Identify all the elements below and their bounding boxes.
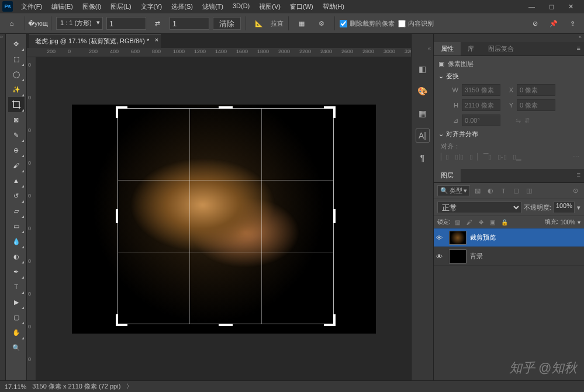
lock-all-icon[interactable]: 🔒 bbox=[500, 219, 509, 226]
layers-panel-menu-icon[interactable]: ≡ bbox=[573, 169, 584, 182]
menu-y[interactable]: 文字(Y) bbox=[136, 1, 167, 13]
tab-properties[interactable]: 属性 bbox=[434, 42, 461, 55]
brush-tool[interactable]: 🖌 bbox=[8, 158, 25, 173]
align-section[interactable]: 对齐并分布 bbox=[438, 130, 579, 138]
path-select-tool[interactable]: ▶ bbox=[8, 294, 25, 310]
pin-icon[interactable]: 📌 bbox=[545, 16, 562, 31]
gradient-tool[interactable]: ▭ bbox=[8, 218, 25, 234]
opacity-input[interactable]: 100% bbox=[554, 202, 575, 213]
filter-shape-icon[interactable]: ▢ bbox=[511, 186, 521, 196]
blend-mode-select[interactable]: 正常 bbox=[437, 202, 521, 213]
clear-button[interactable]: 清除 bbox=[213, 17, 241, 30]
marquee-tool[interactable]: ⬚ bbox=[8, 51, 25, 67]
pen-tool[interactable]: ✒ bbox=[8, 264, 25, 279]
minimize-button[interactable]: — bbox=[525, 2, 538, 12]
home-icon[interactable]: ⌂ bbox=[4, 16, 20, 31]
hand-tool[interactable]: ✋ bbox=[8, 325, 25, 340]
document-tab[interactable]: 老虎.jpg @ 17.1% (裁剪预览, RGB/8#) * × bbox=[29, 34, 161, 48]
lasso-tool[interactable]: ◯ bbox=[8, 67, 25, 82]
zoom-level[interactable]: 17.11% bbox=[5, 383, 26, 390]
lock-transparency-icon[interactable]: ▧ bbox=[453, 219, 462, 226]
color-dock-icon[interactable]: 🎨 bbox=[416, 84, 430, 98]
delete-cropped-checkbox[interactable]: 删除裁剪的像素 bbox=[340, 19, 395, 28]
layer-filter-kind[interactable]: 🔍 类型 ▾ bbox=[437, 185, 470, 196]
maximize-button[interactable]: ◻ bbox=[545, 2, 558, 12]
visibility-toggle-icon[interactable]: 👁 bbox=[436, 253, 445, 260]
document-canvas[interactable] bbox=[72, 105, 376, 334]
crop-tool-icon[interactable]: �ующ bbox=[30, 16, 46, 31]
eyedropper-tool[interactable]: ✎ bbox=[8, 127, 25, 143]
clone-stamp-tool[interactable]: ▲ bbox=[8, 173, 25, 188]
flip-vertical-icon[interactable]: ⇵ bbox=[524, 117, 530, 124]
tab-libraries[interactable]: 库 bbox=[461, 42, 481, 55]
lock-position-icon[interactable]: ✥ bbox=[476, 219, 486, 226]
crop-handle-b[interactable] bbox=[219, 324, 233, 326]
menu-l[interactable]: 图层(L) bbox=[106, 1, 136, 13]
filter-pixel-icon[interactable]: ▧ bbox=[472, 186, 483, 196]
layer-thumbnail[interactable] bbox=[449, 231, 466, 245]
reset-icon[interactable]: ⊘ bbox=[527, 16, 543, 31]
menu-t[interactable]: 滤镜(T) bbox=[198, 1, 228, 13]
crop-tool[interactable] bbox=[8, 97, 25, 112]
swap-dimensions-icon[interactable]: ⇄ bbox=[150, 16, 166, 31]
magic-wand-tool[interactable]: ✨ bbox=[8, 82, 25, 97]
align-top-icon[interactable]: ▔▯ bbox=[483, 153, 492, 161]
visibility-toggle-icon[interactable]: 👁 bbox=[436, 234, 445, 241]
history-brush-tool[interactable]: ↺ bbox=[8, 188, 25, 203]
left-collapse-strip[interactable]: » bbox=[0, 34, 6, 380]
document-info[interactable]: 3150 像素 x 2110 像素 (72 ppi) bbox=[32, 382, 120, 391]
align-more-icon[interactable]: ⋯ bbox=[573, 153, 579, 161]
transform-section[interactable]: 变换 bbox=[438, 72, 579, 81]
transform-height[interactable]: 2110 像素 bbox=[462, 99, 500, 111]
crop-handle-r[interactable] bbox=[333, 209, 336, 223]
type-tool[interactable]: T bbox=[8, 279, 25, 294]
align-hcenter-icon[interactable]: ▯|▯ bbox=[455, 153, 464, 161]
swatches-dock-icon[interactable]: ▦ bbox=[416, 106, 430, 120]
layer-name[interactable]: 背景 bbox=[470, 252, 483, 261]
align-bottom-icon[interactable]: ▯▁ bbox=[513, 153, 521, 161]
crop-width-input[interactable] bbox=[106, 17, 146, 30]
layer-thumbnail[interactable] bbox=[449, 249, 466, 263]
fill-input[interactable]: 100% bbox=[560, 219, 575, 226]
filter-adjustment-icon[interactable]: ◐ bbox=[485, 186, 496, 196]
crop-handle-bl[interactable] bbox=[116, 314, 127, 326]
character-dock-icon[interactable]: A| bbox=[416, 129, 430, 143]
vertical-ruler[interactable]: 0000000000 bbox=[27, 57, 36, 380]
lock-pixels-icon[interactable]: 🖌 bbox=[465, 219, 474, 226]
tab-layers[interactable]: 图层 bbox=[434, 169, 461, 182]
tab-layer-comps[interactable]: 图层复合 bbox=[481, 42, 521, 55]
adjustments-dock-icon[interactable]: ◧ bbox=[416, 62, 430, 76]
crop-options-gear-icon[interactable]: ⚙ bbox=[313, 16, 330, 31]
menu-e[interactable]: 编辑(E) bbox=[47, 1, 78, 13]
doc-info-chevron-icon[interactable]: 〉 bbox=[126, 382, 133, 391]
transform-width[interactable]: 3150 像素 bbox=[462, 84, 500, 96]
layer-row-background[interactable]: 👁 背景 bbox=[434, 247, 584, 266]
eraser-tool[interactable]: ▱ bbox=[8, 203, 25, 218]
align-vcenter-icon[interactable]: ▯-▯ bbox=[497, 153, 507, 161]
layer-row-crop-preview[interactable]: 👁 裁剪预览 bbox=[434, 228, 584, 247]
filter-smart-icon[interactable]: ◫ bbox=[524, 186, 534, 196]
crop-height-input[interactable] bbox=[170, 17, 209, 30]
transform-y[interactable]: 0 像素 bbox=[517, 99, 555, 111]
overlay-grid-icon[interactable]: ▦ bbox=[293, 16, 310, 31]
lock-artboard-icon[interactable]: ▣ bbox=[488, 219, 497, 226]
flip-horizontal-icon[interactable]: ⇋ bbox=[516, 117, 521, 124]
menu-f[interactable]: 文件(F) bbox=[16, 1, 47, 13]
crop-handle-t[interactable] bbox=[219, 106, 233, 109]
transform-angle[interactable]: 0.00° bbox=[462, 115, 500, 126]
menu-s[interactable]: 选择(S) bbox=[167, 1, 198, 13]
move-tool[interactable]: ✥ bbox=[8, 36, 25, 51]
crop-box[interactable] bbox=[118, 108, 334, 324]
paragraph-dock-icon[interactable]: ¶ bbox=[416, 151, 430, 165]
align-left-icon[interactable]: ▏▯ bbox=[441, 153, 449, 161]
transform-x[interactable]: 0 像素 bbox=[517, 84, 555, 96]
layer-name[interactable]: 裁剪预览 bbox=[470, 233, 496, 242]
menu-dd[interactable]: 3D(D) bbox=[228, 1, 254, 13]
close-tab-icon[interactable]: × bbox=[155, 36, 158, 43]
menu-h[interactable]: 帮助(H) bbox=[318, 1, 349, 13]
content-aware-checkbox[interactable]: 内容识别 bbox=[398, 19, 434, 28]
align-right-icon[interactable]: ▯▕ bbox=[469, 153, 478, 161]
horizontal-ruler[interactable]: 2000200400600800100012001400160018002000… bbox=[27, 48, 411, 57]
menu-i[interactable]: 图像(I) bbox=[78, 1, 106, 13]
aspect-ratio-select[interactable]: 1 : 1 (方形) bbox=[56, 17, 103, 30]
